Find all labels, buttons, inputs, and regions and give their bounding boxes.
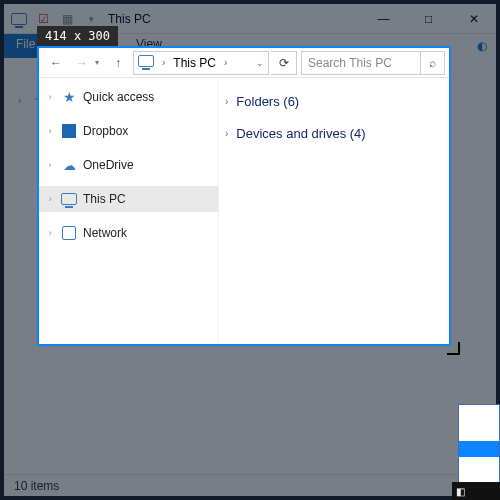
up-button[interactable]: ↑ — [105, 50, 131, 76]
system-icon[interactable] — [8, 8, 30, 30]
navpane-label: Dropbox — [83, 124, 128, 138]
address-bar[interactable]: › This PC › ⌄ — [133, 51, 269, 75]
pc-icon — [61, 191, 77, 207]
chevron-right-icon: › — [225, 96, 228, 107]
cloud-icon: ☁ — [61, 157, 77, 173]
dropbox-icon — [61, 123, 77, 139]
navpane-this-pc[interactable]: › This PC — [39, 186, 218, 212]
taskbar-fragment: ◧ — [452, 482, 500, 500]
breadcrumb-location[interactable]: This PC — [173, 56, 216, 70]
breadcrumb-sep-icon[interactable]: › — [162, 57, 165, 68]
address-bar-row: ← → ▾ ↑ › This PC › ⌄ ⟳ Search This PC ⌕ — [39, 48, 449, 78]
capture-selection-region[interactable]: ← → ▾ ↑ › This PC › ⌄ ⟳ Search This PC ⌕… — [37, 46, 451, 346]
navpane-label: This PC — [83, 192, 126, 206]
content-pane[interactable]: › Folders (6) › Devices and drives (4) — [219, 78, 449, 344]
group-header-label: Devices and drives (4) — [236, 126, 365, 141]
refresh-button[interactable]: ⟳ — [271, 51, 297, 75]
navpane-dropbox[interactable]: › Dropbox — [39, 118, 218, 144]
status-bar: 10 items — [4, 474, 496, 496]
network-icon — [61, 225, 77, 241]
star-icon: ★ — [61, 89, 77, 105]
selection-resize-handle[interactable] — [445, 340, 461, 356]
popup-panel[interactable] — [458, 404, 500, 484]
location-icon — [138, 55, 154, 71]
group-folders[interactable]: › Folders (6) — [225, 88, 443, 114]
selection-size-badge: 414 x 300 — [37, 26, 118, 46]
search-placeholder: Search This PC — [308, 56, 392, 70]
navpane-label: OneDrive — [83, 158, 134, 172]
address-dropdown-icon[interactable]: ⌄ — [256, 58, 264, 68]
maximize-button[interactable]: □ — [406, 4, 451, 34]
navpane-label: Network — [83, 226, 127, 240]
window-title: This PC — [108, 12, 151, 26]
breadcrumb-sep-icon[interactable]: › — [224, 57, 227, 68]
close-button[interactable]: ✕ — [451, 4, 496, 34]
status-item-count: 10 items — [14, 479, 59, 493]
taskbar-icon[interactable]: ◧ — [456, 486, 465, 497]
navpane-label: Quick access — [83, 90, 154, 104]
group-devices-drives[interactable]: › Devices and drives (4) — [225, 120, 443, 146]
chevron-right-icon: › — [225, 128, 228, 139]
forward-button[interactable]: → — [69, 50, 95, 76]
minimize-button[interactable]: — — [361, 4, 406, 34]
navpane-quick-access[interactable]: ›★ Quick access — [39, 84, 218, 110]
popup-selected-row[interactable] — [459, 441, 499, 457]
back-button[interactable]: ← — [43, 50, 69, 76]
navpane-network[interactable]: › Network — [39, 220, 218, 246]
navpane-onedrive[interactable]: ›☁ OneDrive — [39, 152, 218, 178]
help-button[interactable]: ◐ — [468, 34, 496, 58]
search-input[interactable]: Search This PC — [301, 51, 421, 75]
navigation-pane: ›★ Quick access › Dropbox ›☁ OneDrive › … — [39, 78, 219, 344]
search-button[interactable]: ⌕ — [421, 51, 445, 75]
group-header-label: Folders (6) — [236, 94, 299, 109]
history-dropdown-icon[interactable]: ▾ — [95, 58, 105, 67]
